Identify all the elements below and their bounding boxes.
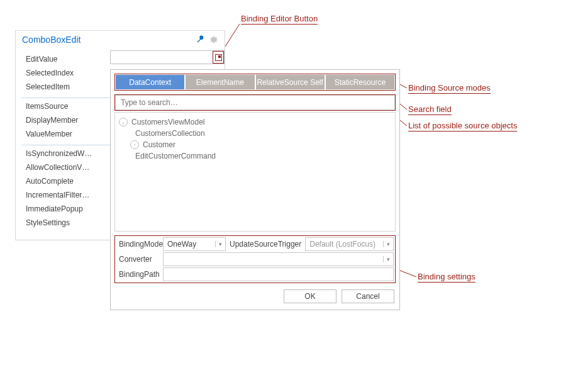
tree-item-label: CustomersCollection — [135, 129, 205, 138]
expand-icon[interactable]: › — [130, 140, 139, 149]
prop-item[interactable]: AllowCollectionV… — [22, 160, 104, 174]
source-object-tree[interactable]: ⌄ CustomersViewModel CustomersCollection… — [114, 112, 396, 232]
binding-editor-button[interactable] — [213, 51, 224, 64]
callout-search-field: Search field — [408, 104, 452, 115]
prop-item[interactable]: SelectedItem — [22, 80, 104, 94]
dialog-buttons: OK Cancel — [114, 283, 396, 306]
tree-item[interactable]: EditCustomerCommand — [118, 150, 392, 162]
callout-source-list: List of possible source objects — [408, 121, 517, 132]
ust-label: UpdateSourceTrigger — [226, 237, 305, 251]
prop-item[interactable]: IsSynchronizedW… — [22, 147, 104, 160]
prop-item[interactable]: DisplayMember — [22, 113, 104, 127]
binding-mode-value: OneWay — [164, 240, 215, 249]
binding-path-input[interactable] — [163, 267, 394, 281]
cancel-button[interactable]: Cancel — [342, 289, 394, 303]
collapse-icon[interactable]: ⌄ — [119, 118, 128, 126]
binding-mode-label: BindingMode — [116, 237, 163, 251]
svg-line-4 — [400, 271, 416, 277]
chevron-down-icon: ▾ — [383, 256, 393, 262]
callout-editor-button: Binding Editor Button — [241, 14, 318, 25]
property-panel-header: ComboBoxEdit — [16, 31, 225, 48]
tree-item-label: EditCustomerCommand — [135, 152, 216, 160]
gear-icon[interactable] — [209, 35, 218, 44]
callout-settings: Binding settings — [418, 272, 476, 283]
prop-item[interactable]: StyleSettings — [22, 216, 104, 230]
prop-item[interactable]: SelectedIndex — [22, 66, 104, 80]
ust-value: Default (LostFocus) — [306, 240, 383, 249]
source-mode-tabs: DataContext ElementName RelativeSource S… — [114, 74, 396, 91]
value-input[interactable] — [111, 51, 213, 64]
panel-title: ComboBoxEdit — [22, 31, 81, 48]
search-input[interactable] — [115, 95, 395, 110]
prop-item[interactable]: EditValue — [22, 52, 104, 66]
binding-popup: DataContext ElementName RelativeSource S… — [110, 69, 400, 310]
prop-item[interactable]: ValueMember — [22, 127, 104, 141]
chevron-down-icon: ▾ — [383, 241, 393, 247]
tree-item-label: Customer — [143, 140, 175, 149]
prop-item[interactable]: IncrementalFilter… — [22, 188, 104, 202]
tab-relativesource[interactable]: RelativeSource Self — [256, 75, 325, 89]
binding-path-label: BindingPath — [116, 267, 163, 281]
tree-root[interactable]: ⌄ CustomersViewModel — [118, 116, 392, 128]
prop-item[interactable]: ImmediatePopup — [22, 202, 104, 216]
prop-item[interactable]: AutoComplete — [22, 174, 104, 188]
converter-select[interactable]: ▾ — [163, 252, 394, 266]
wrench-icon[interactable] — [196, 35, 204, 44]
tree-root-label: CustomersViewModel — [131, 118, 205, 126]
search-field — [114, 94, 396, 111]
binding-settings: BindingMode OneWay ▾ UpdateSourceTrigger… — [114, 235, 396, 283]
prop-item[interactable]: ItemsSource — [22, 99, 104, 113]
converter-label: Converter — [116, 252, 163, 266]
value-editor — [110, 50, 225, 64]
tree-item[interactable]: CustomersCollection — [118, 128, 392, 139]
binding-icon — [215, 54, 222, 61]
tab-staticresource[interactable]: StaticResource — [326, 75, 394, 89]
tab-elementname[interactable]: ElementName — [186, 75, 254, 89]
tree-item[interactable]: › Customer — [118, 139, 392, 150]
chevron-down-icon: ▾ — [215, 241, 225, 247]
ok-button[interactable]: OK — [284, 289, 337, 303]
ust-select[interactable]: Default (LostFocus) ▾ — [305, 237, 394, 251]
binding-mode-select[interactable]: OneWay ▾ — [163, 237, 226, 251]
callout-source-modes: Binding Source modes — [408, 83, 491, 94]
tab-datacontext[interactable]: DataContext — [116, 75, 184, 89]
